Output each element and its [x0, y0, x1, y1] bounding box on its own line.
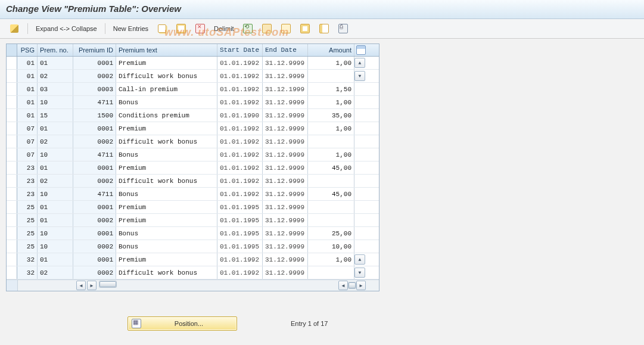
cell-start-date[interactable]: 01.01.1992 — [217, 70, 263, 82]
table-row[interactable]: 07010001Premium01.01.199231.12.99991,00 — [7, 122, 379, 135]
cell-psg[interactable]: 01 — [17, 109, 38, 122]
col-premium-text[interactable]: Premium text — [116, 44, 217, 56]
cell-amount[interactable]: 1,50 — [308, 83, 354, 95]
cell-end-date[interactable]: 31.12.9999 — [263, 201, 308, 213]
row-selector[interactable] — [7, 109, 17, 122]
cell-premium-id[interactable]: 0002 — [73, 135, 116, 148]
cell-premium-text[interactable]: Premium — [116, 57, 217, 69]
cell-end-date[interactable]: 31.12.9999 — [263, 188, 308, 200]
cell-premium-id[interactable]: 0002 — [73, 70, 116, 82]
main-scroll-track[interactable] — [348, 282, 356, 289]
table-row[interactable]: 25100002Bonus01.01.199531.12.999910,00 — [7, 240, 379, 253]
cell-prem-no[interactable]: 10 — [38, 148, 73, 161]
cell-start-date[interactable]: 01.01.1992 — [217, 83, 263, 95]
row-selector[interactable] — [7, 122, 17, 135]
cell-psg[interactable]: 01 — [17, 70, 38, 82]
cell-amount[interactable] — [308, 201, 354, 213]
cell-premium-id[interactable]: 0001 — [73, 227, 116, 240]
scroll-frozen-right-button[interactable]: ► — [87, 281, 97, 290]
cell-amount[interactable] — [308, 70, 354, 82]
cell-start-date[interactable]: 01.01.1992 — [217, 253, 263, 266]
col-end-date[interactable]: End Date — [263, 44, 308, 56]
col-psg[interactable]: PSG — [17, 44, 38, 56]
frozen-scroll-thumb[interactable] — [99, 281, 116, 287]
select-all-button[interactable] — [259, 22, 275, 35]
cell-premium-text[interactable]: Premium — [116, 122, 217, 135]
cell-premium-id[interactable]: 0002 — [73, 240, 116, 253]
copy-as-button[interactable] — [173, 22, 189, 35]
cell-end-date[interactable]: 31.12.9999 — [263, 122, 308, 135]
deselect-all-button[interactable] — [297, 22, 313, 35]
cell-start-date[interactable]: 01.01.1990 — [217, 109, 263, 122]
cell-psg[interactable]: 07 — [17, 135, 38, 148]
cell-start-date[interactable]: 01.01.1995 — [217, 240, 263, 253]
cell-premium-id[interactable]: 0002 — [73, 266, 116, 279]
cell-premium-text[interactable]: Difficult work bonus — [116, 175, 217, 187]
cell-premium-text[interactable]: Premium — [116, 253, 217, 266]
cell-prem-no[interactable]: 01 — [38, 214, 73, 226]
cell-prem-no[interactable]: 15 — [38, 109, 73, 122]
table-row[interactable]: 32010001Premium01.01.199231.12.99991,00▲ — [7, 253, 379, 266]
row-selector[interactable] — [7, 214, 17, 226]
cell-psg[interactable]: 01 — [17, 83, 38, 95]
cell-prem-no[interactable]: 02 — [38, 175, 73, 187]
configure-columns-button[interactable] — [354, 44, 368, 56]
cell-psg[interactable]: 01 — [17, 57, 38, 69]
cell-amount[interactable]: 1,00 — [308, 253, 354, 266]
cell-premium-id[interactable]: 0003 — [73, 83, 116, 95]
cell-amount[interactable] — [308, 175, 354, 187]
scroll-down-button[interactable]: ▼ — [354, 268, 365, 278]
cell-premium-id[interactable]: 4711 — [73, 96, 116, 108]
cell-premium-text[interactable]: Difficult work bonus — [116, 266, 217, 279]
row-selector[interactable] — [7, 161, 17, 174]
cell-premium-id[interactable]: 0001 — [73, 161, 116, 174]
cell-amount[interactable]: 25,00 — [308, 227, 354, 240]
expand-collapse-button[interactable]: Expand <-> Collapse — [33, 22, 100, 35]
cell-prem-no[interactable]: 01 — [38, 201, 73, 213]
cell-prem-no[interactable]: 01 — [38, 57, 73, 69]
row-selector[interactable] — [7, 175, 17, 187]
cell-premium-id[interactable]: 0001 — [73, 201, 116, 213]
row-selector[interactable] — [7, 201, 17, 213]
cell-psg[interactable]: 32 — [17, 266, 38, 279]
row-selector[interactable] — [7, 240, 17, 253]
scroll-page-up-button[interactable]: ▲ — [354, 254, 365, 265]
table-row[interactable]: 25100001Bonus01.01.199531.12.999925,00 — [7, 227, 379, 240]
cell-end-date[interactable]: 31.12.9999 — [263, 240, 308, 253]
cell-end-date[interactable]: 31.12.9999 — [263, 161, 308, 174]
cell-amount[interactable]: 1,00 — [308, 122, 354, 135]
cell-end-date[interactable]: 31.12.9999 — [263, 148, 308, 161]
col-prem-no[interactable]: Prem. no. — [38, 44, 73, 56]
cell-prem-no[interactable]: 01 — [38, 161, 73, 174]
cell-start-date[interactable]: 01.01.1992 — [217, 135, 263, 148]
cell-prem-no[interactable]: 01 — [38, 253, 73, 266]
select-block-button[interactable] — [278, 22, 294, 35]
copy-button[interactable] — [154, 22, 170, 35]
cell-start-date[interactable]: 01.01.1995 — [217, 214, 263, 226]
cell-premium-id[interactable]: 0002 — [73, 214, 116, 226]
table-row[interactable]: 07020002Difficult work bonus01.01.199231… — [7, 135, 379, 148]
row-selector[interactable] — [7, 70, 17, 82]
cell-psg[interactable]: 23 — [17, 175, 38, 187]
cell-premium-text[interactable]: Bonus — [116, 240, 217, 253]
undo-button[interactable] — [239, 22, 256, 35]
cell-end-date[interactable]: 31.12.9999 — [263, 96, 308, 108]
row-selector[interactable] — [7, 96, 17, 108]
cell-premium-text[interactable]: Conditions premium — [116, 109, 217, 122]
print-button[interactable] — [335, 22, 351, 35]
table-row[interactable]: 23010001Premium01.01.199231.12.999945,00 — [7, 161, 379, 175]
cell-prem-no[interactable]: 10 — [38, 240, 73, 253]
cell-psg[interactable]: 07 — [17, 122, 38, 135]
scroll-up-button[interactable]: ▲ — [354, 58, 365, 68]
table-row[interactable]: 01104711Bonus01.01.199231.12.99991,00 — [7, 96, 379, 109]
table-row[interactable]: 23104711Bonus01.01.199231.12.999945,00 — [7, 188, 379, 201]
new-entries-button[interactable]: New Entries — [110, 22, 151, 35]
cell-start-date[interactable]: 01.01.1992 — [217, 122, 263, 135]
cell-premium-id[interactable]: 4711 — [73, 188, 116, 200]
cell-premium-text[interactable]: Premium — [116, 201, 217, 213]
cell-prem-no[interactable]: 02 — [38, 266, 73, 279]
cell-premium-text[interactable]: Bonus — [116, 227, 217, 240]
cell-psg[interactable]: 07 — [17, 148, 38, 161]
cell-premium-text[interactable]: Bonus — [116, 188, 217, 200]
cell-psg[interactable]: 01 — [17, 96, 38, 108]
